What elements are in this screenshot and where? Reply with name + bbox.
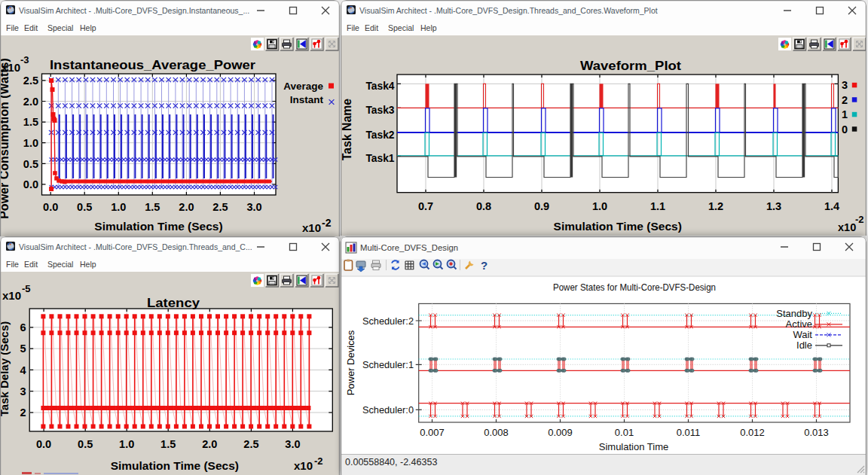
svg-text:2.0: 2.0: [23, 96, 38, 108]
svg-text:0.007: 0.007: [420, 427, 445, 438]
svg-text:2.5: 2.5: [212, 201, 228, 213]
svg-text:Instantaneous_Average_Power: Instantaneous_Average_Power: [50, 58, 256, 72]
svg-text:Power Devices: Power Devices: [345, 330, 356, 395]
svg-text:0.0: 0.0: [43, 201, 58, 213]
svg-text:VisualSim Architect - .Multi-C: VisualSim Architect - .Multi-Core_DVFS_D…: [19, 6, 249, 15]
svg-text:x10: x10: [2, 61, 20, 74]
svg-text:Edit: Edit: [24, 260, 38, 269]
svg-text:Special: Special: [47, 23, 73, 32]
svg-text:Task2: Task2: [365, 129, 394, 141]
svg-text:3.0: 3.0: [246, 201, 261, 213]
svg-text:0.9: 0.9: [534, 200, 549, 212]
svg-text:5: 5: [20, 343, 26, 355]
svg-text:2.5: 2.5: [243, 438, 258, 450]
svg-text:0.013: 0.013: [804, 427, 829, 438]
svg-text:1.1: 1.1: [650, 200, 665, 212]
svg-text:Task Delay (Secs): Task Delay (Secs): [0, 321, 11, 416]
svg-text:3.0: 3.0: [285, 438, 300, 450]
svg-text:0.8: 0.8: [476, 200, 491, 212]
svg-text:1.5: 1.5: [145, 201, 160, 213]
svg-text:Edit: Edit: [365, 23, 378, 32]
svg-text:Scheduler:0: Scheduler:0: [362, 404, 414, 416]
svg-text:x10: x10: [2, 289, 21, 302]
svg-text:1.5: 1.5: [23, 116, 38, 128]
svg-text:Simulation Time (Secs): Simulation Time (Secs): [111, 459, 239, 472]
svg-text:Simulation Time: Simulation Time: [599, 441, 668, 452]
svg-text:-2: -2: [322, 217, 332, 229]
svg-text:0.5: 0.5: [23, 158, 38, 170]
svg-text:Special: Special: [388, 23, 414, 32]
svg-text:Power States for Multi-Core-DV: Power States for Multi-Core-DVFS-Design: [553, 282, 716, 293]
svg-text:0.7: 0.7: [418, 200, 433, 212]
svg-text:0.008: 0.008: [484, 427, 509, 438]
svg-text:Help: Help: [80, 260, 96, 269]
svg-text:Edit: Edit: [24, 23, 38, 32]
svg-text:File: File: [347, 23, 359, 32]
svg-text:0.012: 0.012: [740, 427, 765, 438]
svg-text:x10: x10: [838, 221, 856, 233]
svg-text:Latency: Latency: [147, 296, 200, 309]
svg-text:VisualSim Architect - .Multi-C: VisualSim Architect - .Multi-Core_DVFS_D…: [19, 242, 252, 251]
svg-text:1: 1: [842, 108, 848, 120]
svg-text:2: 2: [20, 406, 26, 419]
svg-text:Special: Special: [47, 260, 73, 269]
svg-text:0.0: 0.0: [23, 178, 38, 190]
svg-text:1.0: 1.0: [23, 137, 38, 149]
svg-text:0.5: 0.5: [78, 438, 93, 450]
svg-text:VisualSim Architect - .Multi-C: VisualSim Architect - .Multi-Core_DVFS_D…: [359, 6, 658, 15]
svg-text:0.00558840, -2.46353: 0.00558840, -2.46353: [345, 457, 437, 467]
svg-text:Task4: Task4: [365, 81, 394, 92]
svg-text:Help: Help: [80, 23, 96, 32]
svg-text:Active: Active: [786, 318, 812, 330]
svg-text:Task Name: Task Name: [341, 99, 353, 160]
svg-text:1.0: 1.0: [111, 201, 126, 213]
svg-text:?: ?: [481, 259, 487, 272]
svg-text:1.5: 1.5: [160, 438, 176, 450]
svg-text:2.5: 2.5: [23, 75, 38, 87]
svg-text:1.0: 1.0: [119, 438, 134, 450]
svg-text:Simulation Time (Secs): Simulation Time (Secs): [94, 220, 222, 233]
svg-text:0.009: 0.009: [548, 427, 573, 438]
svg-text:Idle: Idle: [796, 340, 812, 351]
svg-text:Multi-Core_DVFS_Design: Multi-Core_DVFS_Design: [360, 243, 458, 252]
svg-text:0.5: 0.5: [77, 201, 92, 213]
svg-text:Scheduler:1: Scheduler:1: [362, 359, 414, 370]
svg-text:Simulation Time (Secs): Simulation Time (Secs): [554, 220, 682, 233]
svg-text:File: File: [6, 23, 19, 32]
svg-text:3: 3: [842, 79, 848, 91]
svg-text:1.3: 1.3: [766, 200, 781, 212]
svg-text:2.0: 2.0: [202, 438, 217, 450]
svg-text:0: 0: [842, 123, 848, 135]
svg-text:Task3: Task3: [365, 105, 394, 116]
svg-text:0.011: 0.011: [677, 427, 701, 438]
svg-text:Wait: Wait: [793, 329, 812, 340]
svg-text:-2: -2: [855, 214, 864, 225]
svg-text:Standby: Standby: [776, 308, 812, 319]
svg-text:Waveform_Plot: Waveform_Plot: [580, 59, 682, 72]
svg-text:Average: Average: [283, 81, 323, 92]
svg-text:File: File: [6, 260, 19, 269]
svg-text:1.4: 1.4: [824, 200, 839, 212]
svg-text:x10: x10: [294, 459, 313, 472]
svg-text:x10: x10: [302, 221, 321, 234]
svg-text:0.01: 0.01: [615, 427, 634, 438]
svg-text:0.0: 0.0: [36, 438, 51, 450]
svg-text:-5: -5: [22, 283, 31, 294]
svg-text:-2: -2: [314, 455, 323, 467]
svg-text:Instant: Instant: [290, 94, 324, 105]
svg-text:4: 4: [20, 364, 26, 376]
svg-text:2.0: 2.0: [179, 201, 194, 213]
svg-text:1.2: 1.2: [708, 200, 723, 212]
svg-text:Task1: Task1: [365, 153, 394, 164]
svg-text:1.0: 1.0: [592, 200, 607, 212]
svg-text:2: 2: [842, 94, 848, 106]
svg-text:Help: Help: [420, 23, 437, 32]
svg-text:Power Consumption (Watts): Power Consumption (Watts): [0, 58, 11, 219]
svg-text:-3: -3: [20, 54, 29, 65]
svg-text:3: 3: [20, 385, 26, 397]
svg-text:6: 6: [20, 321, 26, 333]
svg-text:Scheduler:2: Scheduler:2: [362, 315, 414, 327]
